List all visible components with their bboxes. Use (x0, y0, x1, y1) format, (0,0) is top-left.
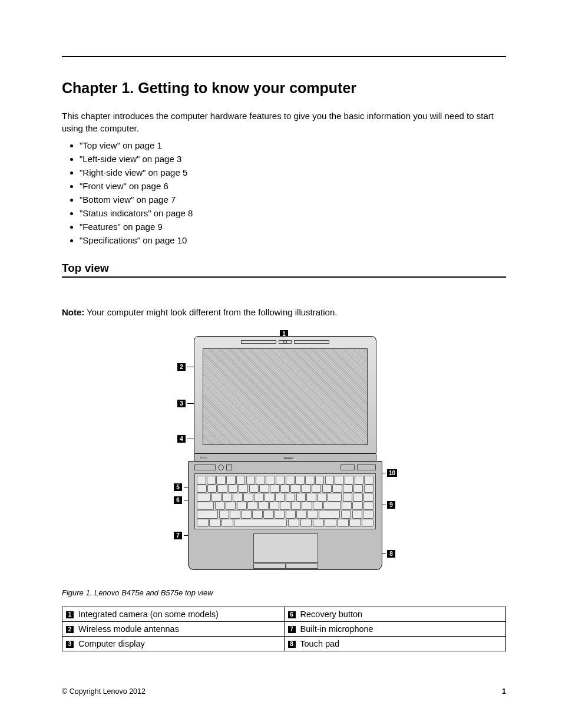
note-label: Note: (62, 307, 84, 317)
callout-7: 7 (174, 532, 182, 539)
callout-5: 5 (174, 483, 182, 491)
part-label: Recovery button (298, 610, 363, 619)
touchpad-buttons (253, 564, 318, 569)
toc-item: "Bottom view" on page 7 (80, 195, 506, 205)
toc-item: "Specifications" on page 10 (80, 235, 506, 245)
intro-paragraph: This chapter introduces the computer har… (62, 110, 506, 134)
toc-item: "Status indicators" on page 8 (80, 208, 506, 218)
callout-4: 4 (177, 435, 186, 443)
keyboard (194, 473, 376, 529)
toc-item: "Features" on page 9 (80, 222, 506, 232)
part-num: 8 (288, 641, 296, 648)
callout-9: 9 (387, 501, 395, 509)
laptop-screen (203, 348, 368, 445)
chapter-title: Chapter 1. Getting to know your computer (62, 80, 506, 97)
laptop-illustration: B575e lenovo (194, 336, 376, 572)
callout-3: 3 (177, 400, 186, 407)
part-label: Wireless module antennas (76, 624, 179, 634)
toc-item: "Front view" on page 6 (80, 181, 506, 191)
section-heading: Top view (62, 262, 506, 278)
laptop-base (188, 461, 382, 570)
page-number: 1 (502, 687, 506, 696)
part-label: Built-in microphone (298, 624, 373, 634)
fn-row (194, 464, 376, 471)
touchpad (253, 533, 318, 563)
section-list: "Top view" on page 1 "Left-side view" on… (62, 140, 506, 245)
hinge-model: B575e (200, 456, 207, 459)
part-num: 1 (66, 611, 74, 618)
part-num: 7 (288, 626, 296, 633)
part-label: Computer display (76, 639, 145, 648)
figure-caption: Figure 1. Lenovo B475e and B575e top vie… (62, 588, 506, 597)
part-label: Integrated camera (on some models) (76, 610, 219, 619)
table-row: 2 Wireless module antennas 7 Built-in mi… (62, 622, 506, 637)
part-label: Touch pad (298, 639, 340, 648)
callout-8: 8 (387, 550, 395, 558)
toc-item: "Left-side view" on page 3 (80, 154, 506, 164)
note-text: Your computer might look different from … (84, 307, 337, 317)
callout-2: 2 (177, 363, 186, 371)
callout-6: 6 (174, 496, 182, 504)
table-row: 1 Integrated camera (on some models) 6 R… (62, 607, 506, 622)
toc-item: "Top view" on page 1 (80, 140, 506, 150)
lid-top-strip (194, 340, 376, 345)
table-row: 3 Computer display 8 Touch pad (62, 637, 506, 651)
hinge-brand: lenovo (284, 456, 293, 460)
top-rule (62, 56, 506, 57)
figure-illustration: 1 2 3 4 5 6 7 10 9 8 B575e lenovo (62, 330, 506, 578)
part-num: 3 (66, 641, 74, 648)
laptop-lid (194, 336, 376, 454)
parts-table: 1 Integrated camera (on some models) 6 R… (62, 607, 506, 651)
callout-10: 10 (387, 469, 397, 477)
page-footer: © Copyright Lenovo 2012 1 (62, 687, 506, 696)
note: Note: Your computer might look different… (62, 307, 506, 317)
part-num: 6 (288, 611, 296, 618)
toc-item: "Right-side view" on page 5 (80, 167, 506, 177)
part-num: 2 (66, 626, 74, 633)
copyright: © Copyright Lenovo 2012 (62, 687, 146, 696)
